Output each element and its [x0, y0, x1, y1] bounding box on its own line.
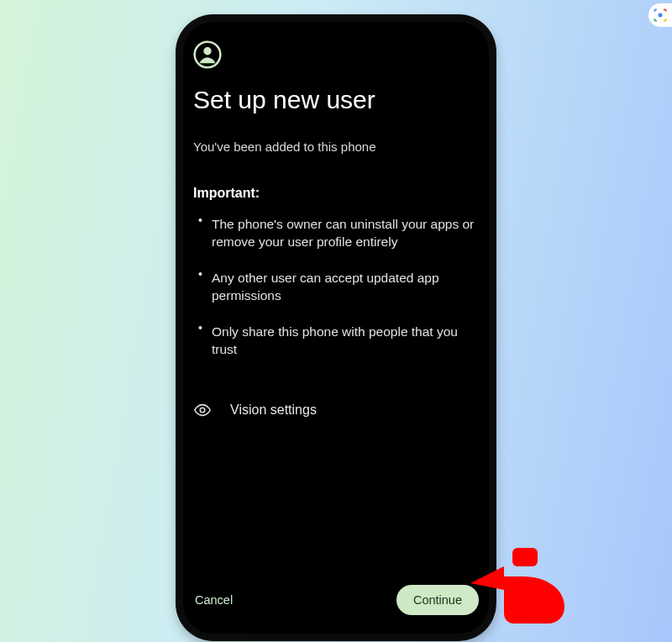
svg-point-0 — [659, 13, 663, 18]
vision-settings-label: Vision settings — [230, 403, 317, 418]
page-title: Set up new user — [193, 86, 479, 114]
list-item: Any other user can accept updated app pe… — [198, 270, 479, 305]
phone-frame: Set up new user You've been added to thi… — [176, 15, 496, 640]
phone-screen: Set up new user You've been added to thi… — [193, 40, 479, 615]
svg-rect-4 — [512, 548, 538, 566]
eye-icon — [193, 401, 212, 419]
svg-point-2 — [203, 47, 211, 55]
important-list: The phone's owner can uninstall your app… — [193, 216, 479, 377]
important-label: Important: — [193, 186, 479, 201]
svg-point-3 — [200, 408, 205, 413]
vision-settings-row[interactable]: Vision settings — [193, 401, 479, 419]
list-item: Only share this phone with people that y… — [198, 324, 479, 359]
lens-badge[interactable] — [648, 3, 672, 27]
page-background: Set up new user You've been added to thi… — [0, 0, 672, 642]
list-item: The phone's owner can uninstall your app… — [198, 216, 479, 251]
lens-icon — [652, 7, 669, 24]
page-subtitle: You've been added to this phone — [193, 139, 479, 154]
continue-button[interactable]: Continue — [396, 585, 479, 615]
cancel-button[interactable]: Cancel — [193, 588, 234, 612]
user-icon — [193, 40, 222, 69]
footer-bar: Cancel Continue — [193, 578, 479, 615]
